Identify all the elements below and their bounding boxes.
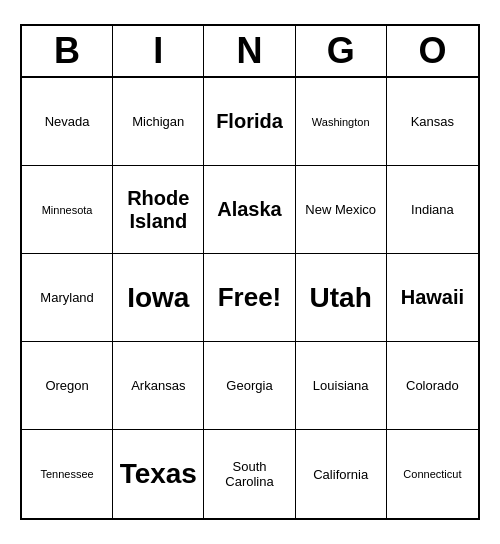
bingo-cell: Tennessee <box>22 430 113 518</box>
bingo-cell: Hawaii <box>387 254 478 342</box>
bingo-header: BINGO <box>22 26 478 78</box>
bingo-grid: NevadaMichiganFloridaWashingtonKansasMin… <box>22 78 478 518</box>
header-letter: O <box>387 26 478 76</box>
bingo-cell: Rhode Island <box>113 166 204 254</box>
bingo-cell: Oregon <box>22 342 113 430</box>
header-letter: I <box>113 26 204 76</box>
bingo-cell: Colorado <box>387 342 478 430</box>
bingo-cell: Arkansas <box>113 342 204 430</box>
bingo-cell: Michigan <box>113 78 204 166</box>
bingo-cell: Nevada <box>22 78 113 166</box>
header-letter: G <box>296 26 387 76</box>
bingo-cell: California <box>296 430 387 518</box>
bingo-cell: Washington <box>296 78 387 166</box>
bingo-cell: South Carolina <box>204 430 295 518</box>
bingo-cell: Kansas <box>387 78 478 166</box>
bingo-cell: Texas <box>113 430 204 518</box>
bingo-cell: Connecticut <box>387 430 478 518</box>
bingo-cell: Utah <box>296 254 387 342</box>
bingo-cell: Free! <box>204 254 295 342</box>
bingo-cell: Indiana <box>387 166 478 254</box>
bingo-card: BINGO NevadaMichiganFloridaWashingtonKan… <box>20 24 480 520</box>
bingo-cell: Maryland <box>22 254 113 342</box>
bingo-cell: Iowa <box>113 254 204 342</box>
bingo-cell: Georgia <box>204 342 295 430</box>
header-letter: N <box>204 26 295 76</box>
bingo-cell: Minnesota <box>22 166 113 254</box>
bingo-cell: Louisiana <box>296 342 387 430</box>
bingo-cell: Florida <box>204 78 295 166</box>
bingo-cell: New Mexico <box>296 166 387 254</box>
header-letter: B <box>22 26 113 76</box>
bingo-cell: Alaska <box>204 166 295 254</box>
